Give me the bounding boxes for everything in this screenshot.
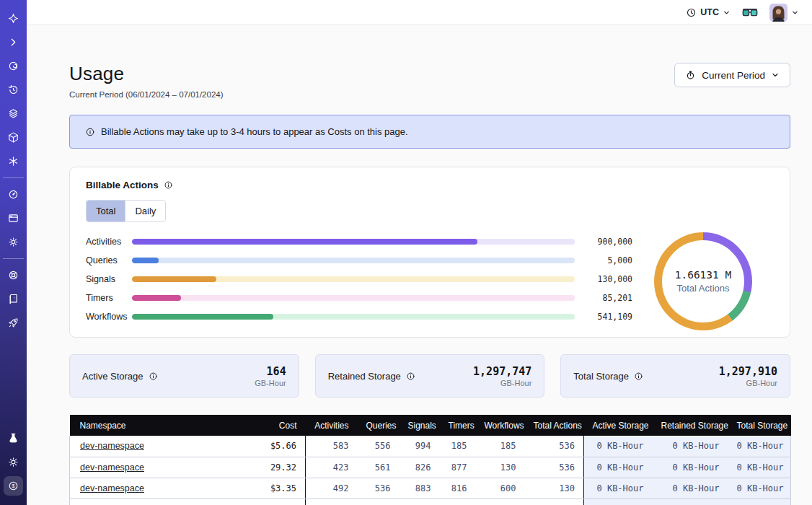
bar-value: 130,000 (575, 274, 632, 284)
active-storage-label: Active Storage (82, 371, 144, 382)
temporal-logo-icon[interactable] (4, 9, 23, 28)
billing-dollar-icon[interactable]: $ (4, 476, 23, 496)
active-storage-unit: GB-Hour (255, 379, 286, 387)
avatar (769, 4, 787, 22)
activities-cell: 492 (306, 478, 358, 499)
info-icon[interactable] (406, 372, 415, 381)
namespace-cell: dev-namespace (70, 478, 239, 499)
total-storage-cell: 0 KB-Hour (728, 436, 791, 457)
namespace-cell: dev-namespace (70, 457, 239, 478)
getting-started-rocket-icon[interactable] (4, 313, 23, 333)
sidebar: $ (0, 0, 27, 505)
total-daily-toggle: Total Daily (86, 200, 166, 222)
namespace-link[interactable]: dev-namespace (80, 483, 144, 493)
bar-fill (132, 276, 216, 282)
col-retained-storage: Retained Storage (653, 415, 728, 436)
bar-track (132, 314, 575, 320)
chevron-down-icon (723, 9, 731, 17)
billable-actions-card: Billable Actions Total Daily Activities9… (69, 167, 790, 338)
bar-row-activities: Activities900,000 (86, 232, 632, 251)
timezone-selector[interactable]: UTC (686, 7, 731, 18)
active-storage-value: 164 (255, 365, 286, 378)
settings-gear-icon[interactable] (4, 232, 23, 252)
layers-icon[interactable] (4, 104, 23, 123)
cost-cell: $5.66 (239, 436, 306, 457)
col-total-actions: Total Actions (525, 415, 584, 436)
queries-cell: 561 (358, 457, 400, 478)
table-row: dev-namespace29.324235618268771305360 KB… (70, 457, 791, 478)
timers-cell: 185 (440, 436, 476, 457)
tab-daily[interactable]: Daily (125, 201, 165, 221)
bar-fill (132, 314, 273, 320)
bar-fill (132, 239, 477, 245)
info-icon[interactable] (164, 180, 173, 190)
timers-cell (440, 499, 476, 505)
stopwatch-icon (685, 69, 696, 81)
tab-total[interactable]: Total (87, 201, 125, 221)
col-workflows: Workflows (476, 415, 525, 436)
total-storage-value: 1,297,910 (719, 365, 777, 378)
bar-label: Signals (86, 274, 132, 284)
col-activities: Activities (306, 415, 358, 436)
timers-cell: 816 (440, 478, 476, 499)
page-subtitle: Current Period (06/01/2024 – 07/01/2024) (69, 90, 224, 99)
total-actions-cell: 536 (525, 457, 584, 478)
theme-sun-icon[interactable] (4, 452, 23, 472)
dev-glasses-icon[interactable] (742, 7, 758, 18)
col-timers: Timers (440, 415, 476, 436)
workflows-cell: 185 (476, 436, 525, 457)
chevron-down-icon (771, 71, 780, 79)
signals-cell: 883 (400, 478, 440, 499)
period-button-label: Current Period (702, 70, 765, 81)
namespaces-icon[interactable] (4, 56, 23, 76)
active-storage-cell: 0 KB-Hour (584, 436, 653, 457)
donut-center: 1.66131 M Total Actions (662, 240, 744, 322)
table-row: dev-namespace (70, 499, 791, 505)
namespace-usage-table: Namespace Cost Activities Queries Signal… (69, 415, 791, 505)
period-dropdown-button[interactable]: Current Period (674, 63, 790, 87)
browser-window-icon[interactable] (4, 208, 23, 228)
col-namespace: Namespace (70, 415, 239, 436)
svg-text:$: $ (12, 483, 15, 489)
nexus-asterisk-icon[interactable] (4, 152, 23, 171)
account-menu[interactable] (769, 4, 799, 22)
workflows-cell (476, 499, 525, 505)
retained-storage-cell (653, 499, 728, 505)
retained-storage-value: 1,297,747 (473, 365, 531, 378)
queries-cell: 536 (358, 478, 400, 499)
total-actions-cell: 536 (525, 436, 584, 457)
namespace-link[interactable]: dev-namespace (80, 441, 144, 451)
topbar: UTC (27, 0, 812, 25)
bar-value: 900,000 (575, 237, 632, 247)
bar-track (132, 295, 575, 301)
main-content: Usage Current Period (06/01/2024 – 07/01… (27, 25, 812, 505)
schedules-icon[interactable] (4, 80, 23, 100)
active-storage-cell: 0 KB-Hour (584, 478, 653, 499)
active-storage-cell (584, 499, 653, 505)
retained-storage-cell: 0 KB-Hour (653, 457, 728, 478)
info-icon[interactable] (149, 372, 158, 381)
bar-row-workflows: Workflows541,109 (86, 307, 632, 326)
info-icon[interactable] (634, 372, 643, 381)
namespace-cell: dev-namespace (70, 436, 239, 457)
docs-book-icon[interactable] (4, 289, 23, 309)
labs-flask-icon[interactable] (4, 429, 23, 448)
namespace-link[interactable]: dev-namespace (80, 462, 144, 473)
support-lifebuoy-icon[interactable] (4, 265, 23, 285)
signals-cell (400, 499, 440, 505)
total-storage-cell: 0 KB-Hour (728, 457, 791, 478)
total-storage-cell: 0 KB-Hour (728, 478, 791, 499)
total-storage-unit: GB-Hour (719, 379, 777, 387)
col-queries: Queries (358, 415, 400, 436)
bar-track (132, 239, 575, 245)
total-storage-cell (728, 499, 791, 505)
storage-summary-row: Active Storage 164 GB-Hour Retained Stor… (69, 354, 790, 398)
clock-icon (686, 7, 697, 18)
deployments-cube-icon[interactable] (4, 128, 23, 147)
table-header-row: Namespace Cost Activities Queries Signal… (70, 415, 791, 436)
bar-value: 541,109 (575, 312, 632, 322)
cost-cell: $3.35 (239, 478, 306, 499)
usage-gauge-icon[interactable] (4, 185, 23, 204)
expand-chevron-icon[interactable] (4, 32, 23, 52)
retained-storage-card: Retained Storage 1,297,747 GB-Hour (315, 354, 545, 398)
